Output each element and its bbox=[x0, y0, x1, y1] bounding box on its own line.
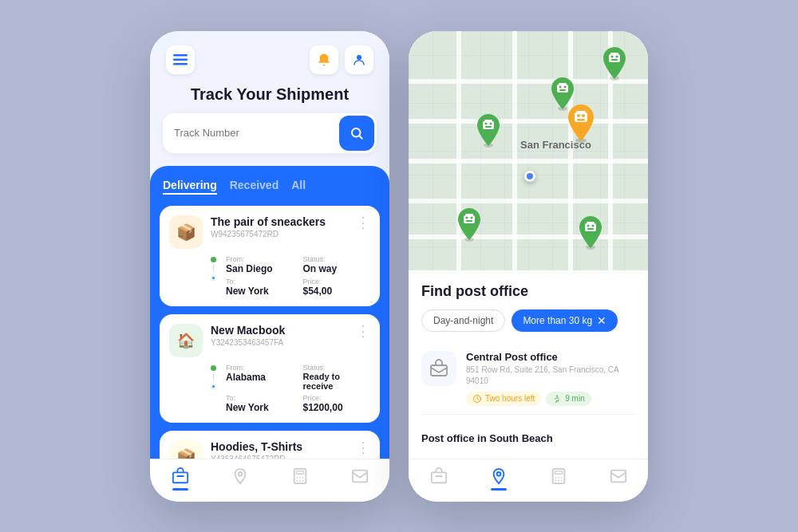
price-label-1: Price: bbox=[303, 278, 371, 286]
svg-rect-8 bbox=[296, 471, 303, 474]
chip-weight[interactable]: More than 30 kg ✕ bbox=[512, 309, 618, 332]
po-name-2: Post office in South Beach bbox=[421, 432, 553, 444]
svg-rect-48 bbox=[587, 222, 595, 224]
search-input[interactable] bbox=[163, 117, 337, 148]
svg-rect-51 bbox=[587, 228, 594, 230]
svg-point-25 bbox=[559, 85, 562, 88]
svg-rect-5 bbox=[172, 472, 187, 483]
map-area[interactable]: San Francisco bbox=[409, 31, 648, 270]
svg-rect-39 bbox=[577, 119, 585, 121]
svg-rect-65 bbox=[610, 470, 625, 482]
map-pin-5[interactable] bbox=[576, 215, 605, 250]
price-group-1: Price: $54,00 bbox=[303, 278, 371, 297]
nav-calculator-left[interactable] bbox=[291, 467, 309, 491]
shipment-card-2: 🏠 New Macbook Y3242353463457FA ⋮ From: A… bbox=[160, 314, 380, 423]
nav-mail-right[interactable] bbox=[610, 467, 627, 491]
nav-mail-left[interactable] bbox=[351, 467, 369, 491]
road-v2 bbox=[512, 31, 517, 270]
nav-box-right[interactable] bbox=[430, 467, 448, 491]
card-more-3[interactable]: ⋮ bbox=[356, 440, 370, 455]
svg-rect-36 bbox=[576, 111, 586, 114]
svg-rect-0 bbox=[173, 54, 188, 57]
map-pin-current[interactable] bbox=[564, 103, 598, 143]
shipment-card-3: 📦 Hoodies, T-Shirts Y4363464675472RD ⋮ bbox=[160, 431, 380, 459]
profile-button[interactable] bbox=[345, 45, 373, 74]
svg-rect-24 bbox=[559, 83, 567, 85]
road-v3 bbox=[568, 31, 573, 270]
filter-chips: Day-and-night More than 30 kg ✕ bbox=[421, 309, 635, 332]
svg-point-3 bbox=[357, 55, 361, 60]
svg-rect-47 bbox=[585, 223, 596, 231]
chip-day-night[interactable]: Day-and-night bbox=[421, 309, 505, 332]
svg-point-31 bbox=[611, 55, 614, 57]
svg-rect-15 bbox=[352, 470, 366, 482]
map-pin-1[interactable] bbox=[474, 112, 503, 148]
post-office-card-2[interactable]: Post office in South Beach bbox=[421, 415, 635, 452]
map-pin-3[interactable] bbox=[600, 45, 629, 81]
nav-calculator-right[interactable] bbox=[550, 467, 567, 491]
svg-point-14 bbox=[302, 479, 303, 481]
from-group-1: From: San Diego bbox=[226, 255, 294, 274]
status-group-2: Status: Ready to receive bbox=[303, 364, 371, 391]
card-more-1[interactable]: ⋮ bbox=[356, 215, 370, 230]
card-title-area-3: Hoodies, T-Shirts Y4363464675472RD bbox=[211, 440, 348, 459]
page-title: Track Your Shipment bbox=[150, 81, 389, 113]
svg-rect-30 bbox=[610, 53, 618, 55]
svg-rect-42 bbox=[465, 214, 473, 216]
menu-button[interactable] bbox=[166, 45, 195, 74]
left-bottom-nav bbox=[150, 459, 389, 502]
shipment-card-1: 📦 The pair of sneackers W94235675472RD ⋮… bbox=[160, 206, 380, 306]
to-group-1: To: New York bbox=[226, 278, 294, 297]
svg-point-26 bbox=[564, 85, 567, 88]
svg-point-19 bbox=[485, 122, 488, 124]
card-icon-1: 📦 bbox=[169, 215, 203, 249]
tab-all[interactable]: All bbox=[291, 179, 306, 195]
price-value-1: $54,00 bbox=[303, 286, 371, 297]
card-details-inner-2: From: Alabama Status: Ready to receive T… bbox=[169, 364, 370, 413]
svg-point-61 bbox=[560, 476, 562, 478]
blue-section: Delivering Received All 📦 The pair of sn… bbox=[150, 166, 389, 459]
svg-point-11 bbox=[302, 476, 303, 478]
svg-point-60 bbox=[558, 476, 559, 478]
card-title-2: New Macbook bbox=[211, 324, 348, 337]
po-tag-time: Two hours left bbox=[466, 392, 541, 406]
po-icon-1 bbox=[421, 351, 456, 386]
search-button[interactable] bbox=[339, 116, 374, 151]
svg-point-32 bbox=[616, 55, 618, 57]
svg-rect-21 bbox=[485, 126, 492, 128]
svg-rect-52 bbox=[431, 365, 447, 376]
svg-point-10 bbox=[299, 476, 301, 478]
po-time-label: Two hours left bbox=[485, 394, 535, 403]
card-header-2: 🏠 New Macbook Y3242353463457FA ⋮ bbox=[169, 324, 370, 357]
map-pin-4[interactable] bbox=[455, 207, 484, 242]
post-office-card-1[interactable]: Central Post office 851 Row Rd, Suite 21… bbox=[421, 343, 635, 415]
card-icon-3: 📦 bbox=[169, 440, 203, 459]
nav-box-left[interactable] bbox=[172, 467, 189, 491]
tab-received[interactable]: Received bbox=[230, 179, 279, 195]
card-id-1: W94235675472RD bbox=[211, 230, 348, 238]
tab-delivering[interactable]: Delivering bbox=[163, 179, 217, 195]
svg-point-12 bbox=[296, 479, 298, 481]
chip-close-icon[interactable]: ✕ bbox=[597, 315, 606, 326]
svg-point-63 bbox=[558, 479, 559, 481]
nav-location-left[interactable] bbox=[231, 467, 249, 491]
top-bar-right bbox=[310, 45, 373, 74]
po-tag-walk: 9 min bbox=[546, 392, 591, 406]
po-address-1: 851 Row Rd, Suite 216, San Francisco, CA… bbox=[466, 365, 635, 387]
panel-title: Find post office bbox=[421, 283, 635, 300]
status-label-1: Status: bbox=[303, 255, 371, 263]
svg-point-50 bbox=[592, 224, 595, 227]
nav-location-right[interactable] bbox=[490, 467, 508, 491]
notification-button[interactable] bbox=[310, 45, 338, 74]
svg-point-59 bbox=[555, 476, 556, 478]
svg-point-38 bbox=[582, 114, 585, 117]
svg-point-43 bbox=[466, 216, 468, 219]
svg-rect-58 bbox=[555, 471, 562, 474]
from-group-2: From: Alabama bbox=[226, 364, 294, 391]
po-name-1: Central Post office bbox=[466, 351, 635, 363]
to-label-1: To: bbox=[226, 278, 294, 286]
svg-point-37 bbox=[577, 114, 580, 117]
card-more-2[interactable]: ⋮ bbox=[356, 324, 370, 338]
status-group-1: Status: On way bbox=[303, 255, 371, 274]
svg-rect-18 bbox=[484, 120, 492, 122]
